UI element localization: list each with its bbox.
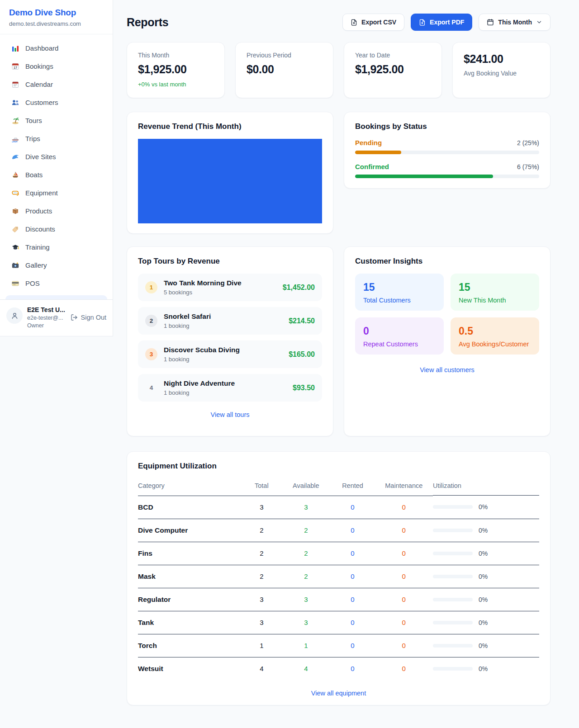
cell-rented: 0 [330,588,375,611]
calendar-icon [11,80,19,89]
sidebar-item-label: Calendar [25,80,53,88]
column-header-maintenance: Maintenance [375,478,433,496]
user-name: E2E Test U... [27,306,65,314]
top-tours-title: Top Tours by Revenue [138,257,322,266]
brand-name: Demo Dive Shop [9,8,104,18]
export-csv-label: Export CSV [361,19,396,26]
table-row: Dive Computer 2 2 0 0 0% [138,519,539,542]
equipment-table: Category Total Available Rented Maintena… [138,478,539,680]
customers-icon [11,98,19,107]
sidebar-item-label: Discounts [25,225,55,233]
utilization-bar [433,598,473,601]
sidebar-item-dashboard[interactable]: Dashboard [5,39,108,57]
status-bar-fill [355,151,401,154]
period-label: This Month [498,19,532,26]
export-pdf-button[interactable]: Export PDF [411,14,472,31]
sign-out-icon [71,314,78,321]
stat-label: Year to Date [355,52,431,59]
avatar [6,307,23,324]
stat-value: $1,925.00 [138,63,214,76]
revenue-trend-card: Revenue Trend (This Month) [127,112,333,234]
utilization-bar [433,505,473,509]
cell-available: 3 [281,611,330,634]
utilization-percent: 0% [479,503,488,511]
tile-label: Total Customers [363,297,436,304]
tile-value: 15 [459,281,531,293]
cell-maintenance: 0 [375,496,433,519]
sidebar-item-reports-active-partial[interactable] [5,295,107,299]
sidebar-item-pos[interactable]: POS [5,274,108,292]
sidebar-item-tours[interactable]: Tours [5,112,108,129]
cell-maintenance: 0 [375,519,433,542]
charts-row: Revenue Trend (This Month) Bookings by S… [127,112,551,234]
sidebar-item-bookings[interactable]: 17 Bookings [5,57,108,75]
table-row: Wetsuit 4 4 0 0 0% [138,657,539,680]
tour-bookings: 1 booking [164,389,235,396]
sidebar-user-footer: E2E Test U... e2e-tester@... Owner Sign … [0,299,113,336]
revenue-trend-bar-chart [138,139,322,223]
sidebar-item-label: POS [25,279,40,287]
sidebar-item-label: Bookings [25,62,53,70]
sign-out-label: Sign Out [81,314,106,321]
user-role: Owner [27,322,65,330]
export-pdf-label: Export PDF [430,19,464,26]
sidebar-item-trips[interactable]: Trips [5,130,108,147]
export-csv-button[interactable]: Export CSV [342,14,404,31]
tours-icon [11,116,19,125]
view-all-equipment-link[interactable]: View all equipment [138,690,539,697]
tour-name: Snorkel Safari [164,312,211,321]
sidebar-item-discounts[interactable]: Discounts [5,220,108,238]
table-header-row: Category Total Available Rented Maintena… [138,478,539,496]
tile-repeat-customers: 0 Repeat Customers [355,317,444,355]
cell-maintenance: 0 [375,657,433,680]
brand-block: Demo Dive Shop demo.test.divestreams.com [0,0,113,34]
sidebar-item-calendar[interactable]: Calendar [5,76,108,93]
sidebar-item-products[interactable]: Products [5,202,108,220]
stat-label: Avg Booking Value [464,70,539,77]
tour-row: 1 Two Tank Morning Dive 5 bookings $1,45… [138,274,322,301]
equipment-utilization-card: Equipment Utilization Category Total Ava… [127,451,551,705]
utilization-percent: 0% [479,665,488,672]
status-count: 6 (75%) [517,163,539,170]
sidebar-item-gallery[interactable]: Gallery [5,256,108,274]
column-header-available: Available [281,478,330,496]
rank-badge: 4 [145,382,157,394]
sidebar-item-label: Equipment [25,189,58,197]
sign-out-button[interactable]: Sign Out [71,314,106,321]
cell-category: Regulator [138,588,242,611]
sidebar-item-customers[interactable]: Customers [5,94,108,111]
tour-row: 2 Snorkel Safari 1 booking $214.50 [138,307,322,335]
cell-category: Torch [138,634,242,657]
customer-insights-card: Customer Insights 15 Total Customers 15 … [344,246,551,436]
table-row: Torch 1 1 0 0 0% [138,634,539,657]
stat-value: $0.00 [247,63,322,76]
insight-tiles: 15 Total Customers 15 New This Month 0 R… [355,274,539,355]
view-all-tours-link[interactable]: View all tours [138,411,322,418]
tour-bookings: 1 booking [164,322,211,329]
cell-rented: 0 [330,565,375,588]
tour-name: Discover Scuba Diving [164,346,240,354]
dive-sites-icon [11,152,19,161]
cell-rented: 0 [330,611,375,634]
tile-value: 0.5 [459,325,531,337]
stat-card-previous-period: Previous Period $0.00 [235,42,333,98]
tile-avg-bookings-per-customer: 0.5 Avg Bookings/Customer [451,317,539,355]
tour-name: Night Dive Adventure [164,379,235,388]
sidebar-item-boats[interactable]: Boats [5,166,108,184]
table-row: Mask 2 2 0 0 0% [138,565,539,588]
tour-row: 4 Night Dive Adventure 1 booking $93.50 [138,374,322,402]
sidebar-item-label: Boats [25,171,43,179]
tour-revenue: $214.50 [289,317,315,325]
utilization-bar [433,667,473,671]
sidebar-item-training[interactable]: Training [5,238,108,256]
view-all-customers-link[interactable]: View all customers [355,366,539,373]
training-icon [11,243,19,251]
utilization-percent: 0% [479,642,488,649]
sidebar: Demo Dive Shop demo.test.divestreams.com… [0,0,113,336]
sidebar-nav: Dashboard 17 Bookings Calendar Customers… [0,34,113,299]
sidebar-item-dive-sites[interactable]: Dive Sites [5,148,108,165]
bookings-status-card: Bookings by Status Pending 2 (25%) Confi… [344,112,551,189]
period-dropdown[interactable]: This Month [479,14,551,31]
dashboard-icon [11,44,19,52]
sidebar-item-equipment[interactable]: Equipment [5,184,108,202]
